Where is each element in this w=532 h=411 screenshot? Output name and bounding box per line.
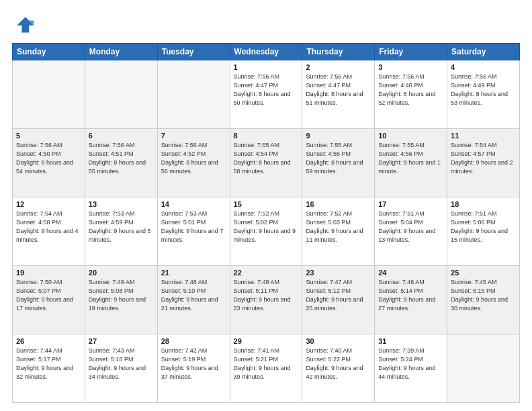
calendar-cell: 23Sunrise: 7:47 AMSunset: 5:12 PMDayligh… — [302, 266, 375, 334]
day-number: 28 — [161, 337, 226, 345]
calendar-cell: 6Sunrise: 7:56 AMSunset: 4:51 PMDaylight… — [85, 129, 157, 197]
day-number: 6 — [89, 132, 154, 140]
day-info: Sunrise: 7:55 AMSunset: 4:55 PMDaylight:… — [306, 141, 371, 176]
day-info: Sunrise: 7:44 AMSunset: 5:17 PMDaylight:… — [16, 347, 81, 381]
day-number: 24 — [378, 269, 443, 277]
calendar-cell — [13, 60, 85, 129]
day-info: Sunrise: 7:52 AMSunset: 5:02 PMDaylight:… — [234, 210, 299, 244]
calendar-cell: 7Sunrise: 7:56 AMSunset: 4:52 PMDaylight… — [157, 129, 230, 197]
day-number: 25 — [451, 269, 516, 277]
weekday-header-tuesday: Tuesday — [157, 44, 230, 60]
calendar-cell: 29Sunrise: 7:41 AMSunset: 5:21 PMDayligh… — [230, 334, 302, 403]
day-info: Sunrise: 7:40 AMSunset: 5:22 PMDaylight:… — [306, 347, 371, 381]
calendar-cell: 13Sunrise: 7:53 AMSunset: 4:59 PMDayligh… — [85, 197, 157, 266]
calendar-week-row: 26Sunrise: 7:44 AMSunset: 5:17 PMDayligh… — [13, 334, 520, 403]
day-number: 17 — [378, 200, 443, 208]
calendar-cell: 15Sunrise: 7:52 AMSunset: 5:02 PMDayligh… — [230, 197, 302, 266]
logo-icon — [12, 12, 36, 36]
calendar-cell: 27Sunrise: 7:43 AMSunset: 5:18 PMDayligh… — [85, 334, 157, 403]
day-info: Sunrise: 7:53 AMSunset: 5:01 PMDaylight:… — [161, 210, 226, 244]
day-number: 9 — [306, 132, 371, 140]
day-info: Sunrise: 7:41 AMSunset: 5:21 PMDaylight:… — [234, 347, 299, 381]
weekday-header-thursday: Thursday — [302, 44, 375, 60]
day-number: 13 — [89, 200, 154, 208]
day-info: Sunrise: 7:48 AMSunset: 5:10 PMDaylight:… — [161, 278, 226, 313]
day-info: Sunrise: 7:46 AMSunset: 5:14 PMDaylight:… — [378, 278, 443, 313]
calendar-cell: 4Sunrise: 7:56 AMSunset: 4:49 PMDaylight… — [447, 60, 520, 129]
day-number: 22 — [234, 269, 299, 277]
day-info: Sunrise: 7:51 AMSunset: 5:04 PMDaylight:… — [378, 210, 443, 244]
day-info: Sunrise: 7:56 AMSunset: 4:51 PMDaylight:… — [89, 141, 154, 176]
day-info: Sunrise: 7:56 AMSunset: 4:49 PMDaylight:… — [451, 73, 516, 107]
day-info: Sunrise: 7:56 AMSunset: 4:52 PMDaylight:… — [161, 141, 226, 176]
calendar-cell: 17Sunrise: 7:51 AMSunset: 5:04 PMDayligh… — [375, 197, 447, 266]
calendar-cell: 8Sunrise: 7:55 AMSunset: 4:54 PMDaylight… — [230, 129, 302, 197]
page: SundayMondayTuesdayWednesdayThursdayFrid… — [0, 0, 532, 411]
calendar-cell: 25Sunrise: 7:45 AMSunset: 5:15 PMDayligh… — [447, 266, 520, 334]
day-number: 12 — [16, 200, 81, 208]
day-info: Sunrise: 7:55 AMSunset: 4:56 PMDaylight:… — [378, 141, 443, 176]
calendar-cell: 26Sunrise: 7:44 AMSunset: 5:17 PMDayligh… — [13, 334, 85, 403]
calendar-cell: 1Sunrise: 7:56 AMSunset: 4:47 PMDaylight… — [230, 60, 302, 129]
calendar-cell: 5Sunrise: 7:56 AMSunset: 4:50 PMDaylight… — [13, 129, 85, 197]
day-info: Sunrise: 7:53 AMSunset: 4:59 PMDaylight:… — [89, 210, 154, 244]
day-number: 11 — [451, 132, 516, 140]
day-info: Sunrise: 7:48 AMSunset: 5:11 PMDaylight:… — [234, 278, 299, 313]
weekday-header-saturday: Saturday — [447, 44, 520, 60]
calendar-cell: 28Sunrise: 7:42 AMSunset: 5:19 PMDayligh… — [157, 334, 230, 403]
day-info: Sunrise: 7:47 AMSunset: 5:12 PMDaylight:… — [306, 278, 371, 313]
day-number: 26 — [16, 337, 81, 345]
day-number: 5 — [16, 132, 81, 140]
day-number: 10 — [378, 132, 443, 140]
day-info: Sunrise: 7:54 AMSunset: 4:57 PMDaylight:… — [451, 141, 516, 176]
day-info: Sunrise: 7:49 AMSunset: 5:08 PMDaylight:… — [89, 278, 154, 313]
day-info: Sunrise: 7:56 AMSunset: 4:47 PMDaylight:… — [306, 73, 371, 107]
day-number: 19 — [16, 269, 81, 277]
weekday-header-friday: Friday — [375, 44, 447, 60]
day-info: Sunrise: 7:50 AMSunset: 5:07 PMDaylight:… — [16, 278, 81, 313]
day-number: 18 — [451, 200, 516, 208]
day-number: 20 — [89, 269, 154, 277]
calendar-cell — [157, 60, 230, 129]
calendar-cell — [85, 60, 157, 129]
day-info: Sunrise: 7:45 AMSunset: 5:15 PMDaylight:… — [451, 278, 516, 313]
calendar-week-row: 5Sunrise: 7:56 AMSunset: 4:50 PMDaylight… — [13, 129, 520, 197]
day-info: Sunrise: 7:52 AMSunset: 5:03 PMDaylight:… — [306, 210, 371, 244]
calendar-cell: 3Sunrise: 7:56 AMSunset: 4:48 PMDaylight… — [375, 60, 447, 129]
day-info: Sunrise: 7:43 AMSunset: 5:18 PMDaylight:… — [89, 347, 154, 381]
day-info: Sunrise: 7:56 AMSunset: 4:47 PMDaylight:… — [234, 73, 299, 107]
day-number: 3 — [378, 63, 443, 71]
calendar-cell: 18Sunrise: 7:51 AMSunset: 5:06 PMDayligh… — [447, 197, 520, 266]
calendar-cell: 24Sunrise: 7:46 AMSunset: 5:14 PMDayligh… — [375, 266, 447, 334]
calendar-cell: 11Sunrise: 7:54 AMSunset: 4:57 PMDayligh… — [447, 129, 520, 197]
day-number: 4 — [451, 63, 516, 71]
svg-marker-0 — [17, 17, 34, 32]
weekday-header-wednesday: Wednesday — [230, 44, 302, 60]
day-info: Sunrise: 7:51 AMSunset: 5:06 PMDaylight:… — [451, 210, 516, 244]
calendar-cell: 10Sunrise: 7:55 AMSunset: 4:56 PMDayligh… — [375, 129, 447, 197]
calendar-cell: 19Sunrise: 7:50 AMSunset: 5:07 PMDayligh… — [13, 266, 85, 334]
calendar-cell: 9Sunrise: 7:55 AMSunset: 4:55 PMDaylight… — [302, 129, 375, 197]
day-number: 2 — [306, 63, 371, 71]
calendar-cell: 22Sunrise: 7:48 AMSunset: 5:11 PMDayligh… — [230, 266, 302, 334]
day-info: Sunrise: 7:54 AMSunset: 4:58 PMDaylight:… — [16, 210, 81, 244]
calendar-week-row: 1Sunrise: 7:56 AMSunset: 4:47 PMDaylight… — [13, 60, 520, 129]
day-number: 23 — [306, 269, 371, 277]
day-number: 14 — [161, 200, 226, 208]
calendar-cell: 20Sunrise: 7:49 AMSunset: 5:08 PMDayligh… — [85, 266, 157, 334]
calendar-week-row: 12Sunrise: 7:54 AMSunset: 4:58 PMDayligh… — [13, 197, 520, 266]
day-info: Sunrise: 7:39 AMSunset: 5:24 PMDaylight:… — [378, 347, 443, 381]
calendar-cell: 31Sunrise: 7:39 AMSunset: 5:24 PMDayligh… — [375, 334, 447, 403]
day-number: 29 — [234, 337, 299, 345]
day-number: 7 — [161, 132, 226, 140]
day-number: 15 — [234, 200, 299, 208]
calendar-cell: 14Sunrise: 7:53 AMSunset: 5:01 PMDayligh… — [157, 197, 230, 266]
day-number: 16 — [306, 200, 371, 208]
weekday-header-monday: Monday — [85, 44, 157, 60]
logo — [12, 12, 39, 36]
day-number: 31 — [378, 337, 443, 345]
calendar-cell: 21Sunrise: 7:48 AMSunset: 5:10 PMDayligh… — [157, 266, 230, 334]
calendar-cell: 2Sunrise: 7:56 AMSunset: 4:47 PMDaylight… — [302, 60, 375, 129]
calendar-cell: 30Sunrise: 7:40 AMSunset: 5:22 PMDayligh… — [302, 334, 375, 403]
weekday-header-row: SundayMondayTuesdayWednesdayThursdayFrid… — [13, 44, 520, 60]
